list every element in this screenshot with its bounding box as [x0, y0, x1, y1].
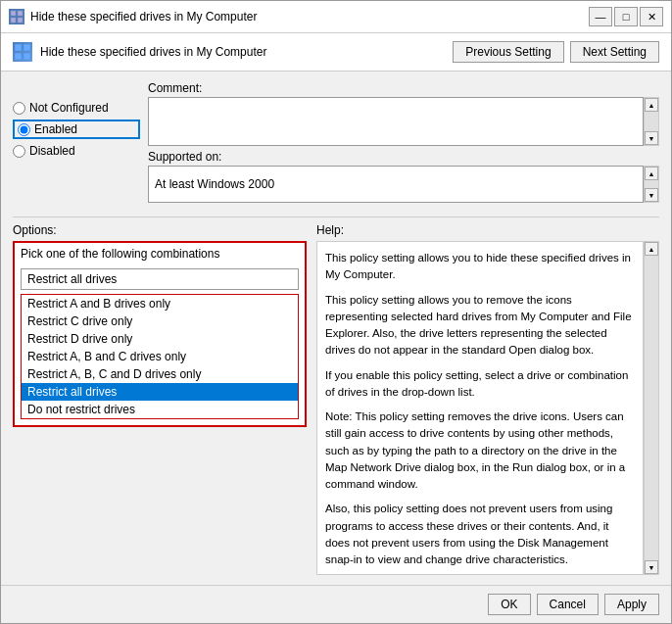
help-scroll-down[interactable]: ▼ — [645, 560, 658, 574]
next-setting-button[interactable]: Next Setting — [570, 41, 659, 63]
options-label-container: Options: — [13, 223, 307, 237]
ok-button[interactable]: OK — [488, 594, 530, 615]
svg-rect-5 — [24, 44, 30, 51]
help-paragraph: This policy setting allows you to remove… — [325, 292, 635, 360]
drive-item[interactable]: Restrict D drive only — [22, 330, 298, 348]
window-icon — [9, 9, 24, 24]
main-window: Hide these specified drives in My Comput… — [0, 0, 672, 624]
header-buttons: Previous Setting Next Setting — [453, 41, 659, 63]
supported-on-label: Supported on: — [148, 150, 659, 164]
divider — [13, 216, 659, 217]
comment-scroll-up[interactable]: ▲ — [645, 98, 658, 112]
options-label: Options: — [13, 223, 57, 237]
not-configured-radio[interactable]: Not Configured — [13, 101, 140, 115]
help-paragraph: If you enable this policy setting, selec… — [325, 367, 635, 402]
disabled-radio[interactable]: Disabled — [13, 144, 140, 158]
help-label-container: Help: — [316, 223, 659, 237]
main-content: Not Configured Enabled Disabled Comment: — [1, 72, 671, 585]
svg-rect-4 — [15, 44, 22, 51]
restore-button[interactable]: □ — [614, 7, 638, 26]
help-box: This policy setting allows you to hide t… — [316, 241, 644, 575]
header-left: Hide these specified drives in My Comput… — [13, 42, 266, 62]
apply-button[interactable]: Apply — [604, 594, 659, 615]
header-icon — [13, 42, 32, 62]
header-row: Hide these specified drives in My Comput… — [1, 33, 671, 72]
svg-rect-1 — [18, 11, 23, 16]
help-panel: This policy setting allows you to hide t… — [316, 241, 659, 575]
options-desc: Pick one of the following combinations — [15, 243, 305, 264]
drive-item[interactable]: Restrict A, B, C and D drives only — [22, 365, 298, 383]
drive-list: Restrict A and B drives onlyRestrict C d… — [21, 294, 299, 419]
bottom-panels: Pick one of the following combinations R… — [13, 241, 659, 575]
svg-rect-6 — [15, 53, 22, 60]
drive-item[interactable]: Restrict A, B and C drives only — [22, 348, 298, 365]
help-scroll-track — [645, 256, 658, 560]
title-text: Hide these specified drives in My Comput… — [30, 10, 257, 24]
previous-setting-button[interactable]: Previous Setting — [453, 41, 563, 63]
help-label: Help: — [316, 223, 344, 237]
drive-item[interactable]: Restrict all drives — [22, 383, 298, 401]
svg-rect-2 — [11, 18, 16, 23]
drive-item[interactable]: Do not restrict drives — [22, 401, 298, 418]
supported-scroll-down[interactable]: ▼ — [645, 188, 658, 202]
drive-dropdown[interactable]: Restrict all drives — [21, 268, 299, 290]
cancel-button[interactable]: Cancel — [537, 594, 599, 615]
options-panel: Pick one of the following combinations R… — [13, 241, 307, 575]
comment-label: Comment: — [148, 81, 659, 95]
title-bar-left: Hide these specified drives in My Comput… — [9, 9, 257, 24]
comment-scroll-track — [645, 112, 658, 131]
supported-scrollbar: ▲ ▼ — [644, 166, 659, 203]
comment-scrollbar: ▲ ▼ — [644, 97, 659, 146]
title-bar: Hide these specified drives in My Comput… — [1, 1, 671, 33]
minimize-button[interactable]: — — [589, 7, 612, 26]
svg-rect-3 — [18, 18, 23, 23]
header-label: Hide these specified drives in My Comput… — [40, 45, 266, 59]
comment-field: Comment: ▲ ▼ — [148, 81, 659, 146]
enabled-radio[interactable]: Enabled — [13, 120, 140, 139]
help-paragraph: This policy setting allows you to hide t… — [325, 250, 635, 284]
svg-rect-0 — [11, 11, 16, 16]
top-section: Not Configured Enabled Disabled Comment: — [13, 81, 659, 203]
supported-on-value: At least Windows 2000 — [148, 166, 644, 203]
supported-scroll-track — [645, 180, 658, 188]
comment-textarea[interactable] — [148, 97, 644, 146]
dropdown-container: Restrict all drives — [21, 268, 299, 290]
help-paragraph: Also, this policy setting does not preve… — [325, 501, 635, 568]
help-scrollbar: ▲ ▼ — [644, 241, 659, 575]
close-button[interactable]: ✕ — [640, 7, 663, 26]
title-bar-controls: — □ ✕ — [589, 7, 663, 26]
help-paragraph: Note: This policy setting removes the dr… — [325, 408, 635, 493]
bottom-bar: OK Cancel Apply — [1, 585, 671, 623]
supported-on-field: Supported on: At least Windows 2000 ▲ ▼ — [148, 150, 659, 203]
drive-item[interactable]: Restrict C drive only — [22, 312, 298, 330]
comment-scroll-down[interactable]: ▼ — [645, 131, 658, 145]
svg-rect-7 — [24, 53, 30, 60]
right-fields: Comment: ▲ ▼ Supported on: At least Wind… — [148, 81, 659, 203]
drive-item[interactable]: Restrict A and B drives only — [22, 295, 298, 312]
supported-scroll-up[interactable]: ▲ — [645, 167, 658, 180]
panel-labels: Options: Help: — [13, 223, 659, 237]
radio-group: Not Configured Enabled Disabled — [13, 81, 140, 203]
help-scroll-up[interactable]: ▲ — [645, 242, 658, 256]
options-box: Pick one of the following combinations R… — [13, 241, 307, 427]
